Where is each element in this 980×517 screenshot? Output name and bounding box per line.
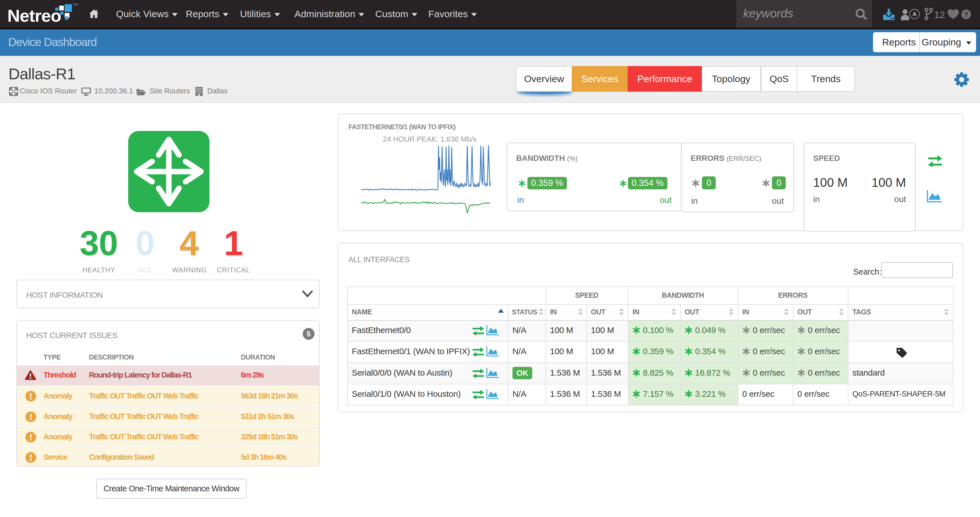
svg-text:?: ?: [964, 11, 969, 19]
svg-text:A: A: [913, 11, 916, 17]
